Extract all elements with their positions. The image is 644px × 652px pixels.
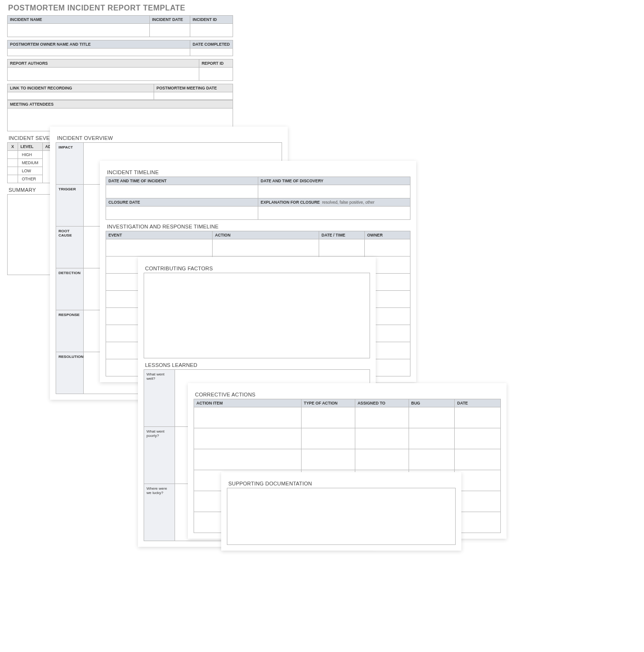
h-dt-incident: DATE AND TIME OF INCIDENT — [106, 177, 258, 185]
h-ca-date: DATE — [455, 399, 501, 407]
h-inv-dt: DATE / TIME — [319, 231, 365, 239]
link-recording-field[interactable] — [8, 92, 154, 100]
report-title: POSTMORTEM INCIDENT REPORT TEMPLATE — [7, 4, 233, 12]
inv-row[interactable] — [319, 239, 365, 257]
h-ca-item: ACTION ITEM — [194, 399, 302, 407]
inv-row[interactable] — [213, 239, 319, 257]
lessons-title: LESSONS LEARNED — [145, 362, 370, 368]
ca-row[interactable] — [409, 428, 455, 449]
h-date-completed: DATE COMPLETED — [190, 40, 233, 49]
h-closure: CLOSURE DATE — [106, 198, 258, 207]
sev-x-low[interactable] — [8, 167, 18, 175]
sev-low: LOW — [18, 167, 43, 175]
ca-row[interactable] — [455, 491, 501, 512]
ca-row[interactable] — [455, 428, 501, 449]
ca-row[interactable] — [355, 449, 409, 470]
ll-lucky: Where were we lucky? — [144, 484, 175, 541]
ca-row[interactable] — [355, 428, 409, 449]
incident-id-field[interactable] — [190, 24, 233, 37]
incident-name-field[interactable] — [8, 24, 150, 37]
page-6: SUPPORTING DOCUMENTATION — [221, 472, 461, 551]
header-table-4: LINK TO INCIDENT RECORDING POSTMORTEM ME… — [7, 84, 233, 100]
meeting-date-field[interactable] — [154, 92, 233, 100]
ca-row[interactable] — [194, 407, 302, 428]
ov-response: RESPONSE — [56, 310, 84, 352]
ca-row[interactable] — [301, 449, 355, 470]
closure-exp-field[interactable] — [258, 207, 410, 220]
h-link-recording: LINK TO INCIDENT RECORDING — [8, 84, 154, 92]
h-inv-owner: OWNER — [365, 231, 410, 239]
h-ca-assigned: ASSIGNED TO — [355, 399, 409, 407]
h-meeting-date: POSTMORTEM MEETING DATE — [154, 84, 233, 92]
ll-poor: What went poorly? — [144, 427, 175, 484]
ca-row[interactable] — [455, 407, 501, 428]
incident-date-field[interactable] — [149, 24, 190, 37]
dt-discovery-field[interactable] — [258, 185, 410, 198]
header-table-3: REPORT AUTHORS REPORT ID — [7, 59, 233, 81]
h-incident-id: INCIDENT ID — [190, 16, 233, 24]
ca-row[interactable] — [301, 428, 355, 449]
ca-row[interactable] — [301, 407, 355, 428]
ca-row[interactable] — [409, 407, 455, 428]
header-table-1: INCIDENT NAME INCIDENT DATE INCIDENT ID — [7, 15, 233, 37]
date-completed-field[interactable] — [190, 49, 233, 56]
ca-row[interactable] — [455, 449, 501, 470]
h-sev-x: X — [8, 143, 18, 151]
h-dt-discovery: DATE AND TIME OF DISCOVERY — [258, 177, 410, 185]
h-attendees: MEETING ATTENDEES — [8, 100, 233, 109]
timeline-table: DATE AND TIME OF INCIDENT DATE AND TIME … — [106, 177, 410, 220]
sev-medium: MEDIUM — [18, 159, 43, 167]
sev-x-other[interactable] — [8, 175, 18, 183]
contributing-title: CONTRIBUTING FACTORS — [145, 266, 370, 271]
h-closure-exp: EXPLANATION FOR CLOSURE resolved, false … — [258, 198, 410, 207]
ca-row[interactable] — [355, 407, 409, 428]
owner-field[interactable] — [8, 49, 190, 56]
h-ca-type: TYPE OF ACTION — [301, 399, 355, 407]
timeline-title: INCIDENT TIMELINE — [107, 169, 410, 175]
ov-trigger: TRIGGER — [56, 185, 84, 227]
h-inv-event: EVENT — [106, 231, 213, 239]
ov-impact: IMPACT — [56, 143, 84, 185]
contributing-field[interactable] — [144, 273, 370, 358]
overview-title: INCIDENT OVERVIEW — [57, 135, 282, 141]
report-id-field[interactable] — [199, 68, 233, 81]
closure-field[interactable] — [106, 207, 258, 220]
ca-row[interactable] — [409, 449, 455, 470]
ca-row[interactable] — [194, 449, 302, 470]
sev-x-medium[interactable] — [8, 159, 18, 167]
ov-resolution: RESOLUTION — [56, 352, 84, 394]
ca-row[interactable] — [194, 428, 302, 449]
dt-incident-field[interactable] — [106, 185, 258, 198]
h-report-authors: REPORT AUTHORS — [8, 59, 199, 68]
ca-row[interactable] — [455, 470, 501, 491]
severity-table: X LEVEL ADD HIGH MEDIUM LOW OTHER — [7, 142, 52, 183]
inv-row[interactable] — [106, 239, 213, 257]
h-sev-level: LEVEL — [18, 143, 43, 151]
report-authors-field[interactable] — [8, 68, 199, 81]
corrective-title: CORRECTIVE ACTIONS — [195, 392, 501, 397]
ov-detection: DETECTION — [56, 268, 84, 310]
h-ca-bug: BUG — [409, 399, 455, 407]
sev-high: HIGH — [18, 151, 43, 159]
inv-row[interactable] — [365, 239, 410, 257]
h-incident-name: INCIDENT NAME — [8, 16, 150, 24]
ll-well: What went well? — [144, 370, 175, 427]
h-inv-action: ACTION — [213, 231, 319, 239]
header-table-2: POSTMORTEM OWNER NAME AND TITLE DATE COM… — [7, 40, 233, 56]
sev-other: OTHER — [18, 175, 43, 183]
sev-x-high[interactable] — [8, 151, 18, 159]
ca-row[interactable] — [455, 512, 501, 533]
h-incident-date: INCIDENT DATE — [149, 16, 190, 24]
investigation-title: INVESTIGATION AND RESPONSE TIMELINE — [107, 224, 410, 229]
h-report-id: REPORT ID — [199, 59, 233, 68]
ov-root: ROOT CAUSE — [56, 227, 84, 268]
supporting-title: SUPPORTING DOCUMENTATION — [228, 481, 456, 486]
supporting-field[interactable] — [227, 488, 456, 545]
h-owner: POSTMORTEM OWNER NAME AND TITLE — [8, 40, 190, 49]
